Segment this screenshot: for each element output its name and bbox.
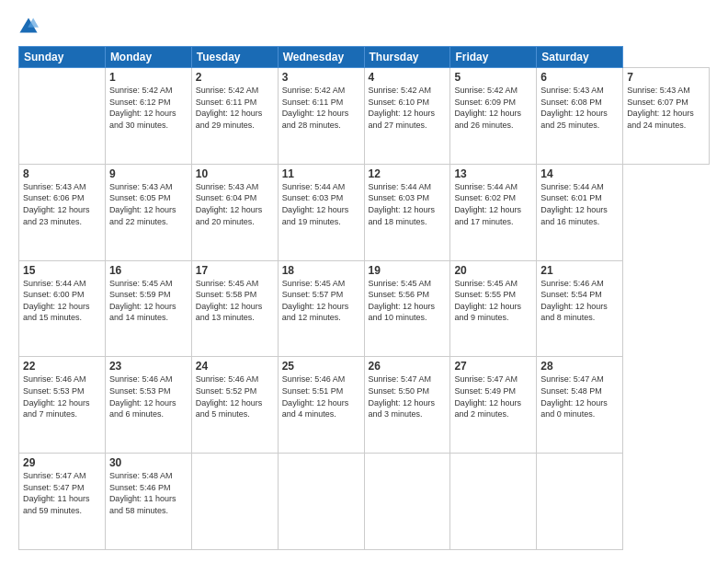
day-number: 23 bbox=[109, 360, 188, 373]
day-number: 30 bbox=[109, 456, 188, 469]
header-sunday: Sunday bbox=[19, 47, 106, 68]
table-cell: 30Sunrise: 5:48 AMSunset: 5:46 PMDayligh… bbox=[105, 454, 191, 550]
day-number: 15 bbox=[23, 264, 101, 277]
week-row-4: 22Sunrise: 5:46 AMSunset: 5:53 PMDayligh… bbox=[19, 357, 710, 454]
day-number: 3 bbox=[282, 71, 360, 84]
table-cell: 11Sunrise: 5:44 AMSunset: 6:03 PMDayligh… bbox=[278, 164, 364, 260]
day-number: 8 bbox=[23, 167, 101, 180]
day-number: 29 bbox=[23, 456, 101, 469]
page: Sunday Monday Tuesday Wednesday Thursday… bbox=[0, 0, 728, 563]
table-cell: 5Sunrise: 5:42 AMSunset: 6:09 PMDaylight… bbox=[450, 68, 537, 165]
header-monday: Monday bbox=[105, 47, 191, 68]
day-number: 17 bbox=[196, 264, 274, 277]
day-number: 25 bbox=[282, 360, 360, 373]
header-saturday: Saturday bbox=[537, 47, 623, 68]
table-cell: 9Sunrise: 5:43 AMSunset: 6:05 PMDaylight… bbox=[105, 164, 191, 260]
calendar-table: Sunday Monday Tuesday Wednesday Thursday… bbox=[18, 46, 710, 550]
day-info: Sunrise: 5:46 AMSunset: 5:53 PMDaylight:… bbox=[109, 373, 188, 419]
day-info: Sunrise: 5:44 AMSunset: 6:03 PMDaylight:… bbox=[282, 181, 360, 227]
day-info: Sunrise: 5:46 AMSunset: 5:54 PMDaylight:… bbox=[540, 278, 619, 324]
day-info: Sunrise: 5:45 AMSunset: 5:59 PMDaylight:… bbox=[109, 278, 188, 324]
table-cell: 12Sunrise: 5:44 AMSunset: 6:03 PMDayligh… bbox=[364, 164, 450, 260]
table-cell: 24Sunrise: 5:46 AMSunset: 5:52 PMDayligh… bbox=[191, 357, 278, 454]
table-cell: 10Sunrise: 5:43 AMSunset: 6:04 PMDayligh… bbox=[191, 164, 278, 260]
day-info: Sunrise: 5:46 AMSunset: 5:53 PMDaylight:… bbox=[23, 373, 101, 419]
week-row-3: 15Sunrise: 5:44 AMSunset: 6:00 PMDayligh… bbox=[19, 260, 710, 357]
table-cell: 19Sunrise: 5:45 AMSunset: 5:56 PMDayligh… bbox=[364, 260, 450, 357]
table-cell bbox=[19, 68, 106, 165]
logo-icon bbox=[18, 17, 39, 37]
header-thursday: Thursday bbox=[364, 47, 450, 68]
table-cell: 29Sunrise: 5:47 AMSunset: 5:47 PMDayligh… bbox=[19, 454, 106, 550]
day-number: 18 bbox=[282, 264, 360, 277]
table-cell: 26Sunrise: 5:47 AMSunset: 5:50 PMDayligh… bbox=[364, 357, 450, 454]
table-cell bbox=[450, 454, 537, 550]
table-cell: 22Sunrise: 5:46 AMSunset: 5:53 PMDayligh… bbox=[19, 357, 106, 454]
day-info: Sunrise: 5:43 AMSunset: 6:04 PMDaylight:… bbox=[196, 181, 274, 227]
day-info: Sunrise: 5:45 AMSunset: 5:58 PMDaylight:… bbox=[196, 278, 274, 324]
day-number: 11 bbox=[282, 167, 360, 180]
day-info: Sunrise: 5:47 AMSunset: 5:48 PMDaylight:… bbox=[540, 373, 619, 419]
day-number: 2 bbox=[196, 71, 274, 84]
day-info: Sunrise: 5:46 AMSunset: 5:51 PMDaylight:… bbox=[282, 373, 360, 419]
table-cell: 21Sunrise: 5:46 AMSunset: 5:54 PMDayligh… bbox=[537, 260, 623, 357]
day-info: Sunrise: 5:43 AMSunset: 6:05 PMDaylight:… bbox=[109, 181, 188, 227]
table-cell: 16Sunrise: 5:45 AMSunset: 5:59 PMDayligh… bbox=[105, 260, 191, 357]
day-number: 9 bbox=[109, 167, 188, 180]
day-number: 27 bbox=[454, 360, 532, 373]
day-number: 26 bbox=[369, 360, 447, 373]
table-cell bbox=[278, 454, 364, 550]
day-info: Sunrise: 5:44 AMSunset: 6:01 PMDaylight:… bbox=[540, 181, 619, 227]
header bbox=[18, 17, 710, 37]
day-number: 10 bbox=[196, 167, 274, 180]
day-number: 19 bbox=[369, 264, 447, 277]
table-cell: 2Sunrise: 5:42 AMSunset: 6:11 PMDaylight… bbox=[191, 68, 278, 165]
day-number: 5 bbox=[454, 71, 532, 84]
table-cell: 27Sunrise: 5:47 AMSunset: 5:49 PMDayligh… bbox=[450, 357, 537, 454]
calendar-header-row: Sunday Monday Tuesday Wednesday Thursday… bbox=[19, 47, 710, 68]
table-cell: 18Sunrise: 5:45 AMSunset: 5:57 PMDayligh… bbox=[278, 260, 364, 357]
day-number: 21 bbox=[540, 264, 619, 277]
table-cell: 1Sunrise: 5:42 AMSunset: 6:12 PMDaylight… bbox=[105, 68, 191, 165]
table-cell: 6Sunrise: 5:43 AMSunset: 6:08 PMDaylight… bbox=[537, 68, 623, 165]
day-info: Sunrise: 5:47 AMSunset: 5:49 PMDaylight:… bbox=[454, 373, 532, 419]
logo bbox=[18, 17, 42, 37]
week-row-2: 8Sunrise: 5:43 AMSunset: 6:06 PMDaylight… bbox=[19, 164, 710, 260]
table-cell: 13Sunrise: 5:44 AMSunset: 6:02 PMDayligh… bbox=[450, 164, 537, 260]
table-cell: 14Sunrise: 5:44 AMSunset: 6:01 PMDayligh… bbox=[537, 164, 623, 260]
day-number: 1 bbox=[109, 71, 188, 84]
day-info: Sunrise: 5:48 AMSunset: 5:46 PMDaylight:… bbox=[109, 470, 188, 516]
day-info: Sunrise: 5:45 AMSunset: 5:55 PMDaylight:… bbox=[454, 278, 532, 324]
day-info: Sunrise: 5:45 AMSunset: 5:57 PMDaylight:… bbox=[282, 278, 360, 324]
header-friday: Friday bbox=[450, 47, 537, 68]
day-info: Sunrise: 5:43 AMSunset: 6:06 PMDaylight:… bbox=[23, 181, 101, 227]
day-number: 7 bbox=[627, 71, 705, 84]
table-cell: 23Sunrise: 5:46 AMSunset: 5:53 PMDayligh… bbox=[105, 357, 191, 454]
day-number: 24 bbox=[196, 360, 274, 373]
day-number: 12 bbox=[369, 167, 447, 180]
day-number: 13 bbox=[454, 167, 532, 180]
table-cell: 8Sunrise: 5:43 AMSunset: 6:06 PMDaylight… bbox=[19, 164, 106, 260]
day-info: Sunrise: 5:47 AMSunset: 5:47 PMDaylight:… bbox=[23, 470, 101, 516]
table-cell: 3Sunrise: 5:42 AMSunset: 6:11 PMDaylight… bbox=[278, 68, 364, 165]
header-wednesday: Wednesday bbox=[278, 47, 364, 68]
table-cell: 4Sunrise: 5:42 AMSunset: 6:10 PMDaylight… bbox=[364, 68, 450, 165]
day-info: Sunrise: 5:46 AMSunset: 5:52 PMDaylight:… bbox=[196, 373, 274, 419]
day-info: Sunrise: 5:43 AMSunset: 6:07 PMDaylight:… bbox=[627, 85, 705, 131]
day-info: Sunrise: 5:43 AMSunset: 6:08 PMDaylight:… bbox=[540, 85, 619, 131]
day-info: Sunrise: 5:44 AMSunset: 6:03 PMDaylight:… bbox=[369, 181, 447, 227]
table-cell bbox=[364, 454, 450, 550]
table-cell: 17Sunrise: 5:45 AMSunset: 5:58 PMDayligh… bbox=[191, 260, 278, 357]
day-number: 6 bbox=[540, 71, 619, 84]
table-cell bbox=[191, 454, 278, 550]
day-info: Sunrise: 5:42 AMSunset: 6:09 PMDaylight:… bbox=[454, 85, 532, 131]
day-info: Sunrise: 5:45 AMSunset: 5:56 PMDaylight:… bbox=[369, 278, 447, 324]
day-number: 22 bbox=[23, 360, 101, 373]
day-number: 4 bbox=[369, 71, 447, 84]
table-cell: 20Sunrise: 5:45 AMSunset: 5:55 PMDayligh… bbox=[450, 260, 537, 357]
day-number: 16 bbox=[109, 264, 188, 277]
day-info: Sunrise: 5:44 AMSunset: 6:02 PMDaylight:… bbox=[454, 181, 532, 227]
header-tuesday: Tuesday bbox=[191, 47, 278, 68]
day-number: 14 bbox=[540, 167, 619, 180]
table-cell: 15Sunrise: 5:44 AMSunset: 6:00 PMDayligh… bbox=[19, 260, 106, 357]
